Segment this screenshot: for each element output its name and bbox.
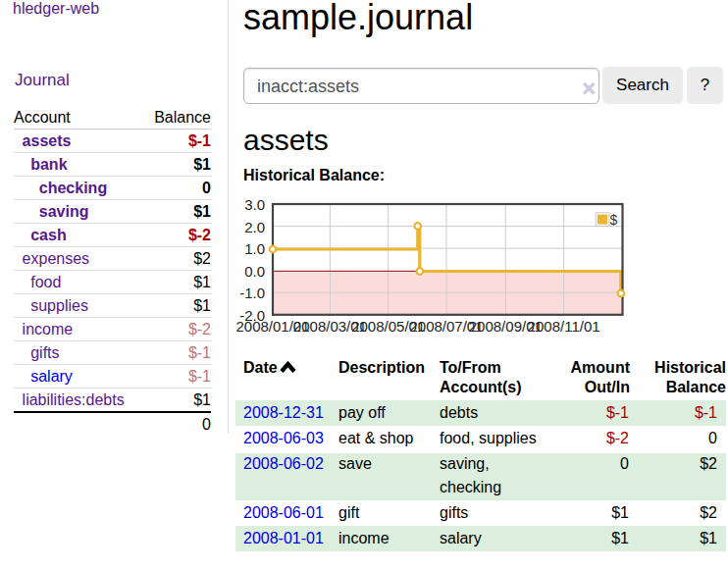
svg-text:0.0: 0.0 [244, 263, 265, 280]
svg-text:$: $ [610, 212, 618, 228]
svg-text:-1.0: -1.0 [239, 285, 265, 301]
svg-text:2.0: 2.0 [244, 219, 265, 235]
svg-text:3.0: 3.0 [244, 196, 265, 213]
svg-text:2008/11/01: 2008/11/01 [528, 318, 600, 335]
svg-text:1.0: 1.0 [244, 240, 265, 257]
